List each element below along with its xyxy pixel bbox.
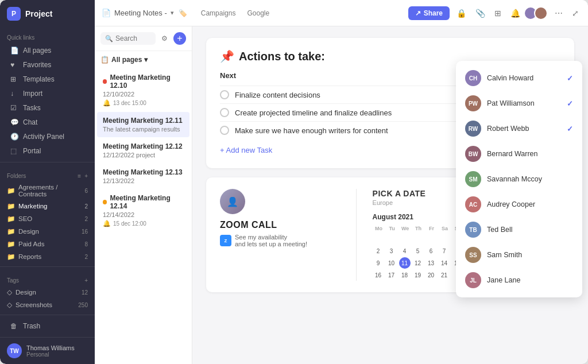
user-avatar-5: AC xyxy=(465,196,481,212)
dropdown-user-3[interactable]: BW Bernard Warren xyxy=(456,141,582,166)
dropdown-user-5[interactable]: AC Audrey Cooper xyxy=(456,192,582,217)
user-avatar: TW xyxy=(7,343,22,358)
sidebar-item-templates[interactable]: ⊞ Templates xyxy=(3,72,91,86)
tag-icon: ◇ xyxy=(7,288,12,296)
cal-day-5[interactable]: 5 xyxy=(412,245,424,257)
folder-design[interactable]: 📁 Design 16 xyxy=(0,225,95,238)
pages-icon: 📋 xyxy=(100,56,109,64)
search-wrap[interactable]: 🔍 xyxy=(100,32,156,45)
user-dropdown: CH Calvin Howard ✓ PW Pat Williamson ✓ R… xyxy=(456,61,582,297)
user-avatar-7: SS xyxy=(465,247,481,263)
tab-google[interactable]: Google xyxy=(242,7,274,20)
file-item-mm1212[interactable]: Meeting Marketing 12.12 12/12/2022 proje… xyxy=(97,138,189,163)
quick-links-label: Quick links xyxy=(0,32,95,43)
folder-reports[interactable]: 📁 Reports 2 xyxy=(0,250,95,263)
folders-label: Folders ≡ + xyxy=(0,171,95,181)
dropdown-user-1[interactable]: PW Pat Williamson ✓ xyxy=(456,91,582,116)
cal-day-9[interactable]: 9 xyxy=(373,257,384,269)
folders-add-icon[interactable]: + xyxy=(84,173,88,179)
user-avatar-3: BW xyxy=(465,146,481,162)
sidebar-item-all-pages[interactable]: 📄 All pages xyxy=(3,44,91,57)
task-checkbox-3[interactable] xyxy=(220,126,229,135)
sidebar-item-import[interactable]: ↓ Import xyxy=(3,87,91,100)
folder-agreements[interactable]: 📁 Agreements / Contracts 6 xyxy=(0,181,95,200)
tag-design[interactable]: ◇ Design 12 xyxy=(0,286,95,299)
file-item-mm1210[interactable]: Meeting Marketing 12.10 12/10/2022 🔔 13 … xyxy=(97,69,189,111)
cal-day-6[interactable]: 6 xyxy=(425,245,437,257)
breadcrumb: 📄 Meeting Notes - ▾ xyxy=(102,9,174,17)
cal-day-2[interactable]: 2 xyxy=(373,245,384,257)
avatar-group[interactable] xyxy=(527,6,548,20)
sidebar-item-favorites[interactable]: ♥ Favorites xyxy=(3,58,91,72)
sidebar-item-activity[interactable]: 🕐 Activity Panel xyxy=(3,130,91,144)
bell-icon-button[interactable]: 🔔 xyxy=(508,6,523,20)
dropdown-user-4[interactable]: SM Savannah Mccoy xyxy=(456,166,582,192)
main-area: 📄 Meeting Notes - ▾ 🏷️ Campaigns Google … xyxy=(95,0,588,364)
search-icon: 🔍 xyxy=(105,35,113,42)
bell-icon: 🔔 xyxy=(103,99,111,107)
grid-icon-button[interactable]: ⊞ xyxy=(492,6,504,20)
tags-label: Tags + xyxy=(0,275,95,286)
folder-seo[interactable]: 📁 SEO 2 xyxy=(0,212,95,225)
file-panel-toolbar: 📋 All pages ▾ xyxy=(95,51,192,68)
search-input[interactable] xyxy=(115,34,151,42)
lock-icon-button[interactable]: 🔒 xyxy=(454,6,469,20)
folder-marketing[interactable]: 📁 Marketing 2 xyxy=(0,200,95,212)
favorites-icon: ♥ xyxy=(10,61,18,69)
breadcrumb-dropdown-icon[interactable]: ▾ xyxy=(171,9,174,17)
sidebar-item-chat[interactable]: 💬 Chat xyxy=(3,115,91,129)
filter-button[interactable]: ⚙ xyxy=(159,32,170,45)
add-task-button[interactable]: + Add new Task xyxy=(220,144,272,157)
expand-icon-button[interactable]: ⤢ xyxy=(570,6,581,20)
cal-day-14[interactable]: 14 xyxy=(439,257,450,269)
dropdown-user-7[interactable]: SS Sam Smith xyxy=(456,242,582,268)
calendar-grid: Mo Tu We Th Fr Sa Su xyxy=(373,224,465,281)
dropdown-icon: ▾ xyxy=(144,56,148,64)
file-item-mm1213[interactable]: Meeting Marketing 12.13 12/13/2022 xyxy=(97,164,189,189)
cal-day-18[interactable]: 18 xyxy=(399,269,411,281)
cal-day-4[interactable]: 4 xyxy=(399,245,411,257)
task-checkbox-1[interactable] xyxy=(220,90,229,99)
sidebar-item-tasks[interactable]: ☑ Tasks xyxy=(3,101,91,115)
cal-day-20[interactable]: 20 xyxy=(425,269,437,281)
all-pages-button[interactable]: 📋 All pages ▾ xyxy=(100,56,148,64)
file-item-mm1211[interactable]: Meeting Marketing 12.11 The latest campa… xyxy=(97,112,189,137)
tab-campaigns[interactable]: Campaigns xyxy=(196,7,241,20)
dropdown-user-8[interactable]: JL Jane Lane xyxy=(456,268,582,293)
tag-screenshots[interactable]: ◇ Screenshots 250 xyxy=(0,299,95,311)
dropdown-user-2[interactable]: RW Robert Webb ✓ xyxy=(456,116,582,141)
more-icon-button[interactable]: ⋯ xyxy=(552,6,565,20)
activity-icon: 🕐 xyxy=(10,133,18,141)
cal-day-7[interactable]: 7 xyxy=(439,245,450,257)
cal-day-12[interactable]: 12 xyxy=(412,257,424,269)
mini-calendar: August 2021 Mo Tu We Th Fr Sa Su xyxy=(373,213,465,281)
attachment-icon-button[interactable]: 📎 xyxy=(473,6,488,20)
share-button[interactable]: ↗ Share xyxy=(408,6,450,20)
folder-paid-ads[interactable]: 📁 Paid Ads 8 xyxy=(0,238,95,250)
share-icon: ↗ xyxy=(415,9,421,17)
sidebar-item-trash[interactable]: 🗑 Trash xyxy=(3,319,91,333)
check-icon-2: ✓ xyxy=(567,125,573,133)
folders-sort-icon[interactable]: ≡ xyxy=(78,173,81,179)
dropdown-user-6[interactable]: TB Ted Bell xyxy=(456,217,582,242)
cal-day-16[interactable]: 16 xyxy=(373,269,384,281)
cal-day-11[interactable]: 11 xyxy=(399,257,411,269)
task-checkbox-2[interactable] xyxy=(220,108,229,117)
main-content: 📌 Actions to take: Next Finalize content… xyxy=(192,26,588,364)
sidebar-item-portal[interactable]: ⬚ Portal xyxy=(3,144,91,158)
cal-day-19[interactable]: 19 xyxy=(412,269,424,281)
cal-day-13[interactable]: 13 xyxy=(425,257,437,269)
cal-day-17[interactable]: 17 xyxy=(386,269,397,281)
tags-add-icon[interactable]: + xyxy=(84,277,88,284)
user-avatar-1: PW xyxy=(465,95,481,111)
add-page-button[interactable]: + xyxy=(173,32,186,45)
file-item-mm1214[interactable]: Meeting Marketing 12.14 12/14/2022 🔔 15 … xyxy=(97,189,189,232)
import-icon: ↓ xyxy=(10,90,18,98)
folder-icon: 📁 xyxy=(7,227,15,235)
cal-day-3[interactable]: 3 xyxy=(386,245,397,257)
user-avatar-0: CH xyxy=(465,70,481,86)
zoom-logo: Z xyxy=(220,235,231,246)
cal-day-10[interactable]: 10 xyxy=(386,257,397,269)
dropdown-user-0[interactable]: CH Calvin Howard ✓ xyxy=(456,65,582,91)
cal-day-21[interactable]: 21 xyxy=(439,269,450,281)
